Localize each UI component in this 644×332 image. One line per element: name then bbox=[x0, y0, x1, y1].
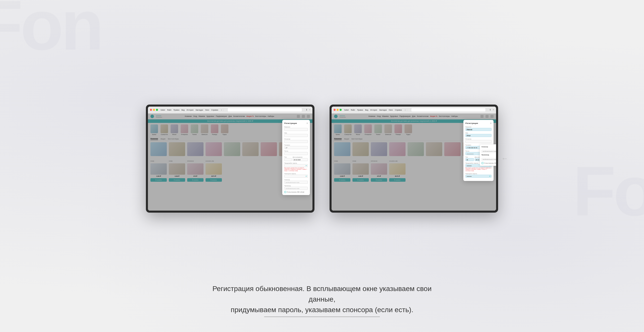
url-bar-2[interactable] bbox=[411, 108, 486, 112]
forward-button-1[interactable]: › bbox=[223, 109, 224, 111]
repeat-password-input-1[interactable] bbox=[284, 175, 308, 178]
repeat-password-input-2[interactable]: •••••••• bbox=[465, 175, 492, 178]
menu-help[interactable]: Справка bbox=[211, 109, 218, 111]
surname-label-1: Фамилия bbox=[284, 126, 308, 128]
url-bar-1[interactable] bbox=[227, 108, 302, 112]
phone-input-1[interactable]: +7 bbox=[284, 146, 308, 149]
site-content-2: ●●●●●●● Косметика Новинки Уход Макияж Зд… bbox=[332, 114, 496, 211]
modal-overlay-1: Регистрация × Фамилия Имя Отчеств bbox=[148, 114, 312, 211]
screen-2: Safari Файл Правка Вид История Закладки … bbox=[332, 107, 496, 211]
promo-input-1[interactable]: необязательное поле bbox=[284, 187, 308, 190]
sponsor-input-1[interactable]: необязательное поле bbox=[284, 181, 308, 184]
browser-nav-1: ‹ › bbox=[221, 109, 224, 111]
mockup-1: Safari Файл Правка Вид История Закладки … bbox=[146, 105, 314, 213]
sms-checkbox-2[interactable] bbox=[481, 162, 484, 164]
gender-label-1: Пол bbox=[284, 156, 292, 158]
share-button-1[interactable]: ⬆ bbox=[306, 109, 308, 111]
gender-input-1[interactable] bbox=[284, 158, 292, 161]
main-container: Safari Файл Правка Вид История Закладки … bbox=[0, 0, 644, 332]
name-label-2: Имя bbox=[465, 132, 492, 134]
birthdate-label-1: Дата рождения bbox=[293, 156, 308, 158]
modal-close-2[interactable]: × bbox=[490, 122, 492, 125]
email-label-1: Почта bbox=[284, 150, 308, 152]
menu-help-2[interactable]: Справка bbox=[395, 109, 402, 111]
gender-birth-row-1: Почта bbox=[284, 150, 308, 155]
birthdate-input-1[interactable]: 29 10 2024 bbox=[293, 158, 308, 161]
modal-title-1: Регистрация bbox=[284, 122, 297, 124]
menu-bookmarks-2[interactable]: Закладки bbox=[379, 109, 387, 111]
maximize-dot-1[interactable] bbox=[156, 109, 158, 111]
sms-checkbox-row-2: Я хочу получать СМС и Email bbox=[481, 162, 496, 164]
patronymic-field-2: Отчество bbox=[465, 138, 492, 143]
sms-checkbox-1[interactable] bbox=[284, 191, 286, 193]
menu-window-2[interactable]: Окно bbox=[389, 109, 393, 111]
back-button-1[interactable]: ‹ bbox=[221, 109, 222, 111]
patronymic-input-2[interactable] bbox=[465, 140, 492, 143]
modal-close-1[interactable]: × bbox=[306, 122, 308, 125]
email-input-1[interactable] bbox=[284, 152, 308, 155]
menu-history[interactable]: История bbox=[187, 109, 193, 111]
sponsor-popup-input[interactable] bbox=[481, 150, 496, 153]
name-field-1: Имя bbox=[284, 132, 308, 137]
close-dot-1[interactable] bbox=[150, 109, 152, 111]
caption-line-2: придумываем пароль, указываем спонсора (… bbox=[209, 305, 435, 315]
browser-nav-2: ‹ › bbox=[405, 109, 408, 111]
sponsor-label-1: Спонсор bbox=[284, 179, 308, 180]
safari-menu-2: Safari Файл Правка Вид История Закладки … bbox=[344, 109, 402, 111]
newtab-button-2[interactable]: + bbox=[493, 109, 494, 111]
maximize-dot-2[interactable] bbox=[340, 109, 342, 111]
back-button-2[interactable]: ‹ bbox=[405, 109, 406, 111]
mockup-2: Safari Файл Правка Вид История Закладки … bbox=[330, 105, 498, 213]
menu-edit[interactable]: Правка bbox=[174, 109, 180, 111]
caption-line-1: Регистрация обыкновенная. В всплывающем … bbox=[209, 283, 435, 305]
forward-button-2[interactable]: › bbox=[407, 109, 407, 111]
bottom-caption: Регистрация обыкновенная. В всплывающем … bbox=[209, 283, 435, 317]
minimize-dot-1[interactable] bbox=[153, 109, 155, 111]
repeat-password-wrap-2: •••••••• 👁 bbox=[465, 175, 492, 178]
patronymic-input-1[interactable] bbox=[284, 140, 308, 143]
menu-window[interactable]: Окно bbox=[205, 109, 209, 111]
sms-label-2: Я хочу получать СМС и Email bbox=[484, 162, 496, 164]
registration-modal-1: Регистрация × Фамилия Имя Отчеств bbox=[282, 120, 310, 195]
menu-file[interactable]: Файл bbox=[167, 109, 171, 111]
promo-popup-input[interactable] bbox=[481, 158, 496, 161]
newtab-button-1[interactable]: + bbox=[309, 109, 310, 111]
name-input-2[interactable]: Илья bbox=[465, 134, 492, 137]
window-controls-2 bbox=[334, 109, 342, 111]
minimize-dot-2[interactable] bbox=[337, 109, 339, 111]
share-button-2[interactable]: ⬆ bbox=[489, 109, 491, 111]
menu-edit-2[interactable]: Правка bbox=[357, 109, 363, 111]
gender-field-2: Пол М bbox=[465, 156, 474, 161]
promo-field-1: Промокод необязательное поле bbox=[284, 185, 308, 190]
gender-label-2: Пол bbox=[465, 156, 474, 158]
menu-view-2[interactable]: Вид bbox=[365, 109, 368, 111]
name-input-1[interactable] bbox=[284, 134, 308, 137]
password-input-1[interactable] bbox=[284, 164, 308, 167]
menu-bookmarks[interactable]: Закладки bbox=[195, 109, 203, 111]
safari-actions-2: ⬆ + bbox=[489, 109, 494, 111]
repeat-password-field-1: Повторите пароль 👁 bbox=[284, 173, 308, 178]
menu-safari-2[interactable]: Safari bbox=[344, 109, 349, 111]
menu-history-2[interactable]: История bbox=[370, 109, 377, 111]
surname-input-1[interactable] bbox=[284, 128, 308, 131]
caption-underline bbox=[264, 317, 380, 317]
eye-icon-repeat-1[interactable]: 👁 bbox=[305, 175, 307, 177]
menu-view[interactable]: Вид bbox=[181, 109, 185, 111]
phone-field-1: Телефон +7 bbox=[284, 144, 308, 149]
repeat-password-label-1: Повторите пароль bbox=[284, 173, 308, 174]
safari-menu-1: Safari Файл Правка Вид История Закладки … bbox=[160, 109, 218, 111]
patronymic-field-1: Отчество bbox=[284, 138, 308, 143]
menu-file-2[interactable]: Файл bbox=[351, 109, 355, 111]
gender-dob-row-1: Пол Дата рождения 29 10 2024 bbox=[284, 156, 308, 161]
eye-icon-1[interactable]: 👁 bbox=[305, 165, 307, 166]
safari-toolbar-2: Safari Файл Правка Вид История Закладки … bbox=[332, 107, 496, 114]
gender-input-2[interactable]: М bbox=[465, 158, 474, 161]
password-note-2: Ваш пароль должен быть не менее 8 символ… bbox=[465, 167, 492, 172]
sms-label-1: Я хочу получать СМС и Email bbox=[287, 191, 304, 193]
password-wrap-1: 👁 bbox=[284, 164, 308, 167]
eye-icon-repeat-2[interactable]: 👁 bbox=[489, 175, 491, 177]
surname-input-2[interactable]: Иванов bbox=[465, 128, 492, 131]
window-controls-1 bbox=[150, 109, 158, 111]
menu-safari[interactable]: Safari bbox=[160, 109, 165, 111]
close-dot-2[interactable] bbox=[334, 109, 336, 111]
